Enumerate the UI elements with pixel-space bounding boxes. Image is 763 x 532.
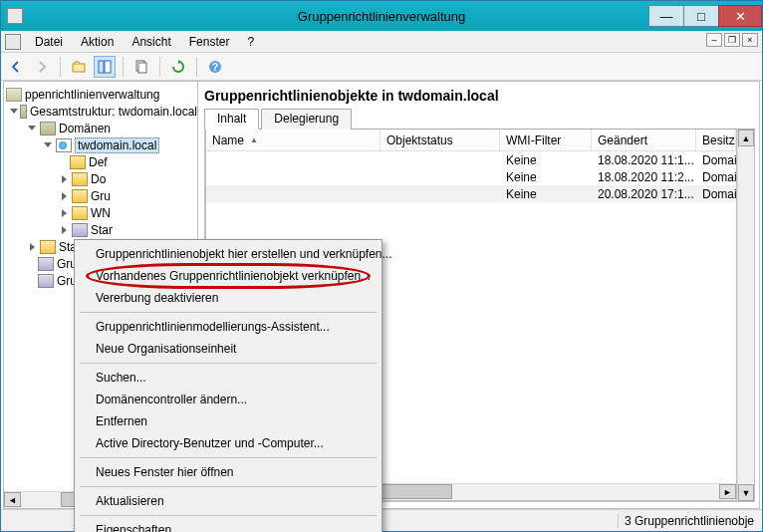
expand-icon[interactable] <box>10 106 18 118</box>
tree-wmi-filters[interactable]: WN <box>6 204 197 221</box>
expand-icon[interactable] <box>42 139 54 151</box>
ctx-modeling-wizard[interactable]: Gruppenrichtlinienmodellierungs-Assisten… <box>78 316 379 338</box>
tree-doco-label: Do <box>91 172 106 186</box>
tree-gpo-label: Gru <box>91 189 111 203</box>
menu-separator <box>80 515 377 516</box>
context-menu: Gruppenrichtlinienobjekt hier erstellen … <box>74 239 382 532</box>
tree-defpol-label: Def <box>89 155 108 169</box>
folder-icon <box>72 189 88 203</box>
menu-window[interactable]: Fenster <box>181 33 238 51</box>
ctx-block-inheritance[interactable]: Vererbung deaktivieren <box>78 287 379 309</box>
menu-separator <box>80 457 377 458</box>
tree-domains-label: Domänen <box>59 122 111 135</box>
menu-separator <box>80 312 377 313</box>
tree-gpo-container[interactable]: Gru <box>6 187 197 204</box>
details-tabs: Inhalt Delegierung <box>204 108 755 130</box>
forest-icon <box>20 105 27 119</box>
menu-separator <box>80 486 377 487</box>
ctx-remove[interactable]: Entfernen <box>78 410 379 432</box>
tree-dc-ou[interactable]: Do <box>6 170 197 187</box>
scroll-down-arrow[interactable]: ▼ <box>738 484 754 501</box>
col-date[interactable]: Geändert <box>592 130 696 150</box>
svg-text:?: ? <box>212 62 218 73</box>
gpo-link-icon <box>70 155 86 169</box>
table-row[interactable]: Keine 18.08.2020 11:2... Domain A <box>206 168 736 185</box>
titlebar[interactable]: Gruppenrichtlinienverwaltung — □ ✕ <box>1 1 762 31</box>
ctx-refresh[interactable]: Aktualisieren <box>78 490 379 512</box>
tree-default-policy[interactable]: Def <box>6 153 197 170</box>
col-status[interactable]: Objektstatus <box>381 130 500 150</box>
scroll-left-arrow[interactable]: ◄ <box>4 492 21 507</box>
minimize-button[interactable]: — <box>648 5 684 27</box>
folder-icon <box>72 206 88 220</box>
toolbar: ? <box>1 53 762 81</box>
col-name[interactable]: Name▲ <box>206 130 381 150</box>
expand-icon[interactable] <box>26 123 38 134</box>
starter-icon <box>72 223 88 237</box>
expand-icon[interactable] <box>58 190 70 202</box>
col-owner[interactable]: Besitzer <box>696 130 736 150</box>
menu-view[interactable]: Ansicht <box>124 33 178 51</box>
sites-icon <box>40 240 56 254</box>
refresh-button[interactable] <box>167 56 189 78</box>
mdi-minimize-button[interactable]: – <box>706 33 722 47</box>
tab-content[interactable]: Inhalt <box>204 109 259 130</box>
tree-forest-label: Gesamtstruktur: twdomain.local <box>30 105 197 119</box>
menu-help[interactable]: ? <box>239 33 262 51</box>
menubar: Datei Aktion Ansicht Fenster ? – ❐ × <box>1 31 762 53</box>
domains-icon <box>40 122 56 135</box>
svg-rect-2 <box>105 61 111 73</box>
ctx-change-dc[interactable]: Domänencontroller ändern... <box>78 389 379 410</box>
tree-starter-gpos[interactable]: Star <box>6 221 197 238</box>
ctx-link-existing-gpo[interactable]: Vorhandenes Gruppenrichtlinienobjekt ver… <box>78 265 379 287</box>
gpm-icon <box>6 88 22 102</box>
copy-button[interactable] <box>130 56 152 78</box>
expand-icon[interactable] <box>58 173 70 185</box>
table-row[interactable]: Keine 18.08.2020 11:1... Domain A <box>206 151 736 168</box>
svg-rect-4 <box>138 63 146 73</box>
content-area: ppenrichtlinienverwaltung Gesamtstruktur… <box>3 81 760 509</box>
ou-icon <box>72 172 88 186</box>
app-icon <box>7 8 23 24</box>
col-wmi[interactable]: WMI-Filter <box>500 130 592 150</box>
menu-separator <box>80 363 377 364</box>
tree-domain-label: twdomain.local <box>75 137 159 153</box>
ctx-new-ou[interactable]: Neue Organisationseinheit <box>78 338 379 360</box>
tree-starter-label: Star <box>91 223 113 237</box>
scroll-right-arrow[interactable]: ► <box>719 484 736 499</box>
scroll-up-arrow[interactable]: ▲ <box>738 130 754 146</box>
forward-button[interactable] <box>31 56 53 78</box>
svg-rect-1 <box>99 61 104 73</box>
back-button[interactable] <box>5 56 27 78</box>
ctx-properties[interactable]: Eigenschaften <box>78 519 379 532</box>
details-title: Gruppenrichtlinienobjekte in twdomain.lo… <box>204 86 755 108</box>
tab-delegation[interactable]: Delegierung <box>261 109 352 130</box>
domain-icon <box>56 138 72 152</box>
ctx-new-window[interactable]: Neues Fenster hier öffnen <box>78 461 379 483</box>
main-window: Gruppenrichtlinienverwaltung — □ ✕ Datei… <box>0 0 763 532</box>
tree-domains[interactable]: Domänen <box>6 120 197 136</box>
tree-domain-node[interactable]: twdomain.local <box>6 136 197 153</box>
ctx-search[interactable]: Suchen... <box>78 367 379 389</box>
close-button[interactable]: ✕ <box>718 5 762 27</box>
expand-icon[interactable] <box>26 241 38 253</box>
window-title: Gruppenrichtlinienverwaltung <box>298 9 465 24</box>
up-folder-button[interactable] <box>68 56 90 78</box>
mdi-restore-button[interactable]: ❐ <box>724 33 740 47</box>
expand-icon[interactable] <box>58 207 70 219</box>
table-row[interactable]: Keine 20.08.2020 17:1... Domain A <box>206 185 736 202</box>
tree-forest[interactable]: Gesamtstruktur: twdomain.local <box>6 103 197 120</box>
menu-file[interactable]: Datei <box>27 33 71 51</box>
table-vertical-scrollbar[interactable]: ▲ ▼ <box>737 130 754 501</box>
ctx-create-gpo-here[interactable]: Gruppenrichtlinienobjekt hier erstellen … <box>78 243 379 265</box>
tree-root[interactable]: ppenrichtlinienverwaltung <box>6 86 197 103</box>
help-button[interactable]: ? <box>204 56 226 78</box>
statusbar-count: 3 Gruppenrichtlinienobje <box>618 514 754 528</box>
menu-action[interactable]: Aktion <box>73 33 122 51</box>
ctx-aduc[interactable]: Active Directory-Benutzer und -Computer.… <box>78 432 379 454</box>
mdi-close-button[interactable]: × <box>742 33 758 47</box>
expand-icon[interactable] <box>58 224 70 236</box>
show-tree-button[interactable] <box>94 56 116 78</box>
maximize-button[interactable]: □ <box>683 5 719 27</box>
table-header: Name▲ Objektstatus WMI-Filter Geändert B… <box>206 130 736 151</box>
